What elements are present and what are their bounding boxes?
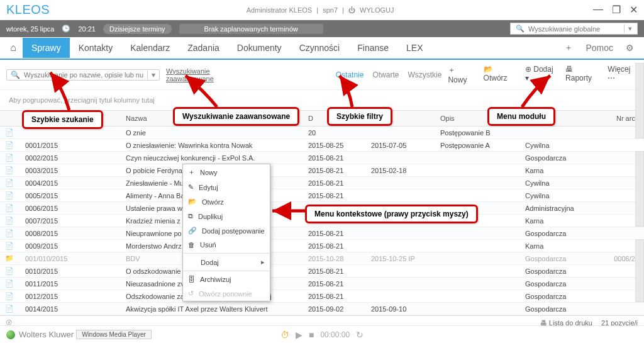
reset-icon[interactable]: ↻ [356,330,364,340]
cell-name: O zniesławienie: Wawrinka kontra Nowak [126,142,308,149]
cell-number: 0002/2015 [19,154,126,162]
help-link[interactable]: Pomoc [579,38,619,58]
case-icon: 📄 [0,305,19,313]
cell-date2: 2015-02-18 [371,167,440,174]
table-row[interactable]: 📁001/010/2015BDV2015-10-282015-10-25 IPG… [0,252,644,265]
cell-category: Karna [525,217,603,225]
table-row[interactable]: 📄0010/2015O odszkodowanie Kraków2015-08-… [0,265,644,278]
play-icon[interactable]: ▶ [296,330,303,340]
cell-date2: 2015-09-10 [371,305,440,313]
today-events-button[interactable]: Dzisiejsze terminy [103,24,172,34]
maximize-button[interactable]: ❐ [612,4,621,16]
case-icon: 📄 [0,204,19,212]
table-row[interactable]: 📄0014/2015Akwizycja spółki IT Axel przez… [0,303,644,315]
quick-search-dropdown[interactable]: ▾ [147,70,155,79]
global-search-dropdown[interactable]: ▾ [624,25,632,33]
tab-kalendarz[interactable]: Kalendarz [121,38,179,58]
more-button[interactable]: Więcej ⋯ [608,65,638,84]
cell-date1: 2015-08-21 [308,179,371,187]
ctx-duplicate[interactable]: ⧉Duplikuj [183,209,270,223]
filter-recent[interactable]: Ostatnie [336,70,364,79]
table-row[interactable]: 📄0009/2015Morderstwo Andrz2015-08-21Karn… [0,240,644,252]
cell-date2: 2015-07-05 [371,142,440,149]
table-row[interactable]: 📄0012/2015Odszkodowanie za pomówienie - … [0,290,644,303]
ctx-open[interactable]: 📂Otwórz [183,194,270,209]
ctx-archive[interactable]: 🗄Archiwizuj [183,273,270,286]
table-row[interactable]: 📄0002/2015Czyn nieuczciwej konkurencji -… [0,152,644,164]
tab-zadania[interactable]: Zadania [179,38,228,58]
date-label: wtorek, 25 lipca [6,25,54,33]
new-button[interactable]: ＋ Nowy [448,65,474,84]
title-center: Administrator KLEOS | spn7 | ⏻ WYLOGUJ [50,6,593,14]
cell-name: O znie [126,129,308,137]
timer-controls: ⏱ ▶ ■ 00:00:00 ↻ [280,330,364,340]
table-row[interactable]: 📄0004/2015Zniesławienie - Mu2015-08-21Cy… [0,177,644,189]
time-label: 20:21 [78,25,96,33]
side-panel-2[interactable] [635,151,644,227]
callout-module-menu: Menu modułu [487,107,555,126]
table-row[interactable]: 📄0008/2015Nieuprawnione po cz vs. Mirex2… [0,227,644,240]
cell-name: Czyn nieuczciwej konkurencji - ExPol S.A… [126,154,308,162]
home-tab[interactable]: ⌂ [4,37,23,59]
table-row[interactable]: 📄0011/2015Nieuzasadnione zv2015-08-21Gos… [0,278,644,290]
reports-button[interactable]: 🖶 Raporty [565,65,599,84]
tab-lex[interactable]: LEX [397,38,431,58]
global-search-input[interactable] [528,25,616,33]
callout-context-menu: Menu kontekstowe (prawy przycisk myszy) [305,205,478,223]
callout-quick-search: Szybkie szukanie [22,110,103,129]
side-panel-3[interactable] [635,239,644,302]
case-icon: 📄 [0,242,19,250]
table-row[interactable]: 📄0005/2015Alimenty - Anna Ba2015-08-21Cy… [0,189,644,202]
cell-date1: 2015-08-21 [308,267,371,275]
add-button[interactable]: ⊕ Dodaj ▾ [525,65,557,84]
quick-search-box[interactable]: 🔍 ▾ [6,69,160,81]
cell-category: Gospodarcza [525,305,603,313]
cell-category: Cywilna [525,192,603,200]
logout-link[interactable]: ⏻ WYLOGUJ [348,6,396,14]
tab-dokumenty[interactable]: Dokumenty [228,38,291,58]
minimize-button[interactable]: — [593,4,603,16]
stop-icon[interactable]: ■ [309,330,314,340]
filter-open[interactable]: Otwarte [372,70,399,79]
cell-number: 0012/2015 [19,293,126,300]
cell-opis: Postępowanie B [440,129,525,137]
ctx-new[interactable]: ＋Nowy [183,164,270,180]
tab-sprawy[interactable]: Sprawy [23,38,70,58]
global-search[interactable]: 🔍 ▾ [510,23,638,35]
wolters-kluwer-logo: Wolters Kluwer [6,330,74,339]
add-tab-button[interactable]: ＋ [558,37,579,59]
cell-date1: 2015-08-25 [308,142,371,149]
tab-kontakty[interactable]: Kontakty [70,38,121,58]
filter-all[interactable]: Wszystkie [408,70,441,79]
tab-czynnosci[interactable]: Czynności [291,38,349,58]
case-icon: 📁 [0,254,19,262]
ctx-edit[interactable]: ✎Edytuj [183,180,270,194]
cell-date1: 2015-09-02 [308,305,371,313]
settings-icon[interactable]: ⚙ [619,38,640,58]
table-row[interactable]: 📄0001/2015O zniesławienie: Wawrinka kont… [0,139,644,152]
timer-value: 00:00:00 [320,330,350,339]
cell-category: Gospodarcza [525,230,603,237]
close-button[interactable]: ✕ [630,4,638,16]
cell-category: Gospodarcza [525,280,603,288]
cell-category: Karna [525,242,603,250]
ctx-add-proc[interactable]: 🔗Dodaj postępowanie [183,223,270,238]
wmp-taskbar-item[interactable]: Windows Media Player [76,330,152,339]
tab-finanse[interactable]: Finanse [348,38,397,58]
case-icon: 📄 [0,141,19,149]
ctx-delete[interactable]: 🗑Usuń [183,238,270,252]
cell-number: 0011/2015 [19,280,126,288]
context-menu: ＋Nowy ✎Edytuj 📂Otwórz ⧉Duplikuj 🔗Dodaj p… [182,164,270,301]
advanced-search-link[interactable]: Wyszukiwanie zaawansowane [166,67,254,82]
table-row[interactable]: 📄0003/2015O pobicie Ferdynanda Werdaszki… [0,164,644,177]
cell-category: Cywilna [525,142,603,149]
side-panel-1[interactable] [635,63,644,138]
clock-icon: 🕒 [62,25,70,33]
quick-search-input[interactable] [24,71,143,79]
open-button[interactable]: 📂 Otwórz [484,65,516,84]
callout-quick-filters: Szybkie filtry [327,107,392,126]
search-icon: 🔍 [516,25,525,33]
cell-date1: 20 [308,129,371,137]
stopwatch-icon[interactable]: ⏱ [280,330,289,340]
ctx-add[interactable]: Dodaj▸ [183,255,270,269]
